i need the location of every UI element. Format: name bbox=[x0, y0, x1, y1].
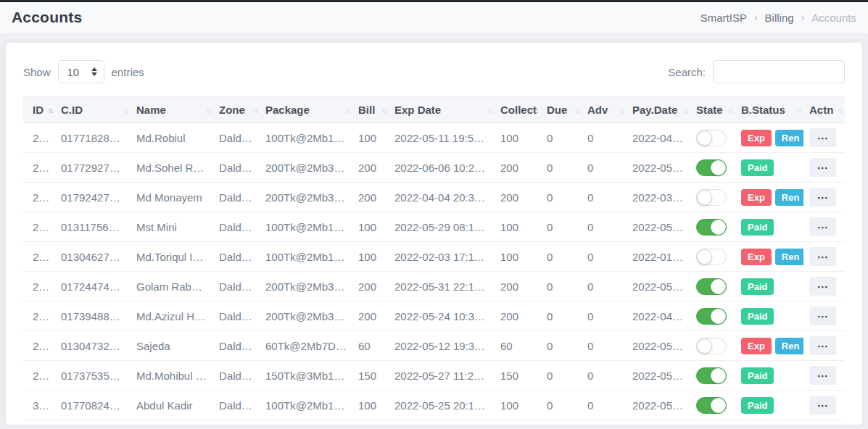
column-header-state[interactable]: State↑↓ bbox=[690, 97, 735, 123]
row-actions-button[interactable]: ⋯ bbox=[809, 128, 836, 147]
cell-id: 285 bbox=[23, 272, 55, 301]
exp-status-badge[interactable]: Exp bbox=[741, 130, 772, 146]
column-header-collect[interactable]: Collect↑↓ bbox=[495, 97, 541, 123]
cell-bill: 100 bbox=[352, 123, 389, 153]
cell-state bbox=[690, 242, 735, 272]
cell-adv: 0 bbox=[582, 331, 627, 361]
cell-due: 0 bbox=[541, 272, 582, 301]
column-header-actn[interactable]: Actn↑↓ bbox=[803, 97, 845, 123]
cell-collect: 150 bbox=[495, 361, 541, 391]
exp-status-badge[interactable]: Exp bbox=[741, 189, 772, 206]
badge-group: Paid bbox=[741, 367, 798, 384]
cell-state bbox=[690, 301, 735, 331]
toggle-knob-icon bbox=[711, 398, 726, 413]
paid-status-badge[interactable]: Paid bbox=[741, 219, 774, 236]
badge-group: Paid bbox=[741, 397, 798, 414]
breadcrumb-smartisp[interactable]: SmartISP bbox=[700, 12, 747, 24]
state-toggle[interactable] bbox=[696, 219, 727, 236]
column-header-zone[interactable]: Zone↑↓ bbox=[213, 97, 260, 123]
row-actions-button[interactable]: ⋯ bbox=[809, 277, 836, 296]
cell-package: 200Tk@2Mb30Day bbox=[260, 301, 352, 331]
paid-status-badge[interactable]: Paid bbox=[741, 367, 774, 384]
ren-status-badge[interactable]: Ren bbox=[775, 338, 803, 354]
column-label: B.Status bbox=[741, 104, 785, 116]
column-header-cid[interactable]: C.ID↑↓ bbox=[55, 97, 131, 123]
row-actions-button[interactable]: ⋯ bbox=[809, 396, 836, 415]
cell-zone: Daldoli... bbox=[213, 361, 260, 391]
ellipsis-icon: ⋯ bbox=[817, 251, 829, 262]
toggle-knob-icon bbox=[697, 130, 712, 146]
column-label: Name bbox=[136, 104, 166, 116]
table-row: 27101792427128Md MonayemDaldoli...200Tk@… bbox=[23, 183, 845, 212]
cell-due: 0 bbox=[541, 212, 582, 242]
state-toggle[interactable] bbox=[696, 249, 727, 265]
page-title: Accounts bbox=[12, 9, 82, 26]
ellipsis-icon: ⋯ bbox=[817, 192, 829, 203]
page-size-select[interactable]: 10 bbox=[58, 60, 104, 83]
cell-name: Mst Mini bbox=[131, 212, 213, 242]
cell-name: Md.Mohibul Islam bbox=[131, 361, 213, 391]
row-actions-button[interactable]: ⋯ bbox=[809, 217, 836, 236]
column-header-id[interactable]: ID↑↓ bbox=[23, 97, 55, 123]
search-input[interactable] bbox=[713, 60, 845, 83]
sort-arrows-icon: ↑↓ bbox=[574, 106, 579, 114]
cell-bstatus: Paid bbox=[735, 301, 803, 331]
cell-pay_date: 2022-05-14 bbox=[627, 212, 690, 242]
state-toggle[interactable] bbox=[696, 189, 727, 206]
cell-exp_date: 2022-04-04 20:33:53 bbox=[389, 183, 495, 212]
ren-status-badge[interactable]: Ren bbox=[775, 189, 803, 206]
column-header-exp_date[interactable]: Exp Date↑↓ bbox=[389, 97, 495, 123]
ren-status-badge[interactable]: Ren bbox=[775, 249, 803, 265]
cell-exp_date: 2022-05-12 19:37:09 bbox=[389, 331, 495, 361]
cell-collect: 200 bbox=[495, 301, 541, 331]
column-header-package[interactable]: Package↑↓ bbox=[260, 97, 352, 123]
column-header-bstatus[interactable]: B.Status↑↓ bbox=[735, 97, 803, 123]
table-row: 29901737535024Md.Mohibul IslamDaldoli...… bbox=[23, 361, 845, 391]
cell-collect: 100 bbox=[495, 242, 541, 272]
paid-status-badge[interactable]: Paid bbox=[741, 278, 774, 295]
cell-pay_date: 2022-05-07 bbox=[627, 153, 690, 183]
exp-status-badge[interactable]: Exp bbox=[741, 338, 772, 354]
column-header-name[interactable]: Name↑↓ bbox=[131, 97, 213, 123]
state-toggle[interactable] bbox=[696, 338, 727, 354]
row-actions-button[interactable]: ⋯ bbox=[809, 366, 836, 385]
table-row: 27001772927339Md.Sohel RanaDaldoli...200… bbox=[23, 153, 845, 183]
row-actions-button[interactable]: ⋯ bbox=[809, 307, 836, 325]
cell-zone: Daldoli... bbox=[213, 183, 260, 212]
paid-status-badge[interactable]: Paid bbox=[741, 159, 774, 176]
column-header-pay_date[interactable]: Pay.Date↑↓ bbox=[627, 97, 690, 123]
sort-arrows-icon: ↑↓ bbox=[728, 106, 732, 114]
page-size-value: 10 bbox=[67, 66, 80, 78]
exp-status-badge[interactable]: Exp bbox=[741, 249, 772, 265]
column-header-bill[interactable]: Bill↑↓ bbox=[352, 97, 389, 123]
ellipsis-icon: ⋯ bbox=[817, 370, 829, 381]
state-toggle[interactable] bbox=[696, 397, 727, 414]
ren-status-badge[interactable]: Ren bbox=[775, 130, 803, 146]
sort-arrows-icon: ↑↓ bbox=[123, 106, 128, 114]
paid-status-badge[interactable]: Paid bbox=[741, 308, 774, 325]
column-header-due[interactable]: Due↑↓ bbox=[541, 97, 582, 123]
sort-arrows-icon: ↑↓ bbox=[838, 106, 842, 114]
table-row: 28701304732240SajedaDaldoli...60Tk@2Mb7D… bbox=[23, 331, 845, 361]
cell-actn: ⋯ bbox=[803, 183, 845, 212]
state-toggle[interactable] bbox=[696, 278, 727, 295]
breadcrumb-billing[interactable]: Billing bbox=[765, 12, 794, 24]
cell-id: 286 bbox=[23, 301, 55, 331]
cell-zone: Daldoli... bbox=[213, 391, 260, 420]
row-actions-button[interactable]: ⋯ bbox=[809, 336, 836, 355]
state-toggle[interactable] bbox=[696, 130, 727, 146]
state-toggle[interactable] bbox=[696, 159, 727, 176]
paid-status-badge[interactable]: Paid bbox=[741, 397, 774, 414]
row-actions-button[interactable]: ⋯ bbox=[809, 247, 836, 266]
cell-state bbox=[690, 212, 735, 242]
row-actions-button[interactable]: ⋯ bbox=[809, 158, 836, 177]
column-header-adv[interactable]: Adv↑↓ bbox=[582, 97, 627, 123]
cell-cid: 01311756340 bbox=[55, 212, 131, 242]
state-toggle[interactable] bbox=[696, 367, 727, 384]
row-actions-button[interactable]: ⋯ bbox=[809, 188, 836, 207]
state-toggle[interactable] bbox=[696, 308, 727, 325]
table-row: 28201304627524Md.Toriqul IslamDaldoli...… bbox=[23, 242, 845, 272]
column-label: Collect bbox=[500, 104, 537, 116]
cell-name: Md Monayem bbox=[131, 183, 213, 212]
cell-due: 0 bbox=[541, 123, 582, 153]
